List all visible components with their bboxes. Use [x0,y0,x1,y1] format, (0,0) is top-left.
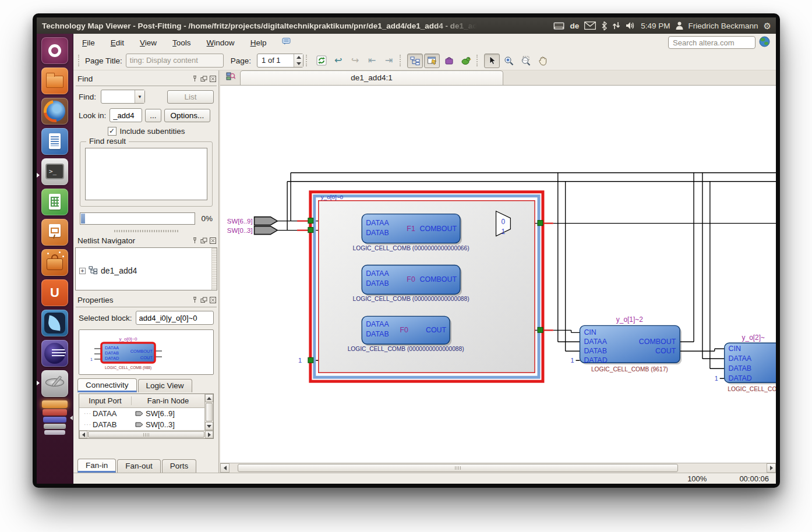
forward-button[interactable]: ↪ [347,54,363,68]
scroll-up-icon[interactable] [205,394,213,402]
package-button[interactable] [441,54,457,68]
software-center-launcher[interactable] [41,249,68,276]
table-row[interactable]: ···DATAA SW[6..9] [79,408,204,419]
logic-block-yo1[interactable]: y_o[1]~2 CIN DATAA DATAB DATAD COMBOUT C… [570,315,682,373]
search-input[interactable] [668,36,755,49]
page-spinner[interactable]: 1 of 1 [257,54,303,68]
scroll-down-icon[interactable] [205,422,213,430]
document-tab[interactable]: de1_add4:1 [240,70,503,85]
tab-fan-in[interactable]: Fan-in [77,459,116,473]
col-fanin-node[interactable]: Fan-in Node [132,396,204,405]
files-launcher[interactable] [41,68,68,94]
bird-button[interactable] [458,54,474,68]
tab-ports[interactable]: Ports [162,459,197,473]
refresh-button[interactable] [313,54,329,68]
menu-edit[interactable]: Edit [111,38,124,47]
properties-toggle[interactable] [424,54,440,68]
feedback-bubble-icon[interactable] [282,37,292,48]
stacked-launcher-item[interactable] [43,417,66,423]
close-icon[interactable] [210,237,216,244]
pan-tool-button[interactable] [535,54,550,68]
netlist-root-row[interactable]: + de1_add4 [76,248,211,290]
menu-window[interactable]: Window [207,38,235,47]
menu-file[interactable]: File [82,38,95,47]
find-combobox[interactable]: ▼ [101,90,145,104]
pin-icon[interactable] [192,237,198,244]
toolbar-handle[interactable] [306,55,308,66]
clock[interactable]: 5:49 PM [641,22,670,30]
netlist-navigator-toggle[interactable] [407,54,423,68]
tab-logic-view[interactable]: Logic View [138,379,192,392]
previous-page-button[interactable]: ⇤ [364,54,380,68]
canvas-horizontal-scrollbar[interactable] [220,463,776,473]
logic-block-yo2[interactable]: y_o[2]~ CIN DATAA DATAB DATAD 1 LOGIC_CE… [715,334,776,392]
disk-utility-launcher[interactable] [41,370,68,397]
wireshark-launcher[interactable] [41,310,68,336]
toolbar-handle[interactable] [476,55,479,66]
menu-view[interactable]: View [140,38,157,47]
col-input-port[interactable]: Input Port [79,396,132,405]
schematic-canvas[interactable]: SW[6..9] SW[0..3] y_o[0]~0 [220,86,776,463]
selected-block-field[interactable] [136,311,214,325]
input-pin-sw-hi[interactable] [255,217,278,225]
spin-down-icon[interactable] [294,61,303,67]
ubuntu-one-launcher[interactable]: U [41,279,68,306]
menu-help[interactable]: Help [250,38,267,47]
float-icon[interactable] [200,237,207,244]
scroll-left-icon[interactable] [79,431,87,438]
toolbar-handle[interactable] [78,55,80,66]
scrollbar-thumb[interactable] [238,464,678,472]
scroll-right-icon[interactable] [767,463,776,473]
network-updown-icon[interactable] [612,22,620,30]
terminal-launcher[interactable]: >_ [41,158,68,185]
back-button[interactable]: ↩ [330,54,346,68]
libreoffice-impress-launcher[interactable] [41,219,68,246]
logic-cell-3[interactable]: DATAA DATAB F0 COUT LOGIC_CELL_COMB (000… [348,316,464,352]
table-horizontal-scrollbar[interactable] [79,430,213,438]
volume-icon[interactable] [626,22,636,30]
keyboard-layout-indicator[interactable]: de [570,22,579,30]
spin-up-icon[interactable] [294,54,303,61]
list-button[interactable]: List [167,90,214,104]
session-gear-icon[interactable]: ⚙ [764,22,771,30]
eclipse-launcher[interactable] [41,340,68,367]
pin-icon[interactable] [192,296,198,303]
next-page-button[interactable]: ⇥ [381,54,397,68]
tab-connectivity[interactable]: Connectivity [77,378,137,392]
close-icon[interactable] [210,76,216,82]
scroll-left-icon[interactable] [220,463,230,473]
libreoffice-writer-launcher[interactable] [41,128,68,155]
include-subentities-checkbox[interactable]: ✓ [108,127,116,136]
page-title-field[interactable]: ting: Display content [126,54,224,68]
tab-fan-out[interactable]: Fan-out [117,459,161,473]
netlist-root-label[interactable]: de1_add4 [101,266,137,275]
stacked-launcher-item[interactable] [44,424,66,429]
look-in-field[interactable] [110,108,142,122]
toolbar-handle[interactable] [400,55,402,66]
combo-dropdown-icon[interactable]: ▼ [135,90,144,103]
float-icon[interactable] [200,76,207,82]
block-preview[interactable]: y_o[0]~0 1 DATAA DATAB DATAD COMBOUT COU… [79,329,214,375]
mail-icon[interactable] [584,22,596,30]
logic-cell-1[interactable]: DATAA DATAB F1 COMBOUT LOGIC_CELL_COMB (… [353,214,469,251]
dash-home-button[interactable] [41,37,68,64]
globe-icon[interactable] [759,36,770,49]
input-pin-sw-lo[interactable] [255,226,278,235]
pin-icon[interactable] [192,75,198,82]
libreoffice-calc-launcher[interactable] [41,189,68,215]
zoom-in-tool-button[interactable] [501,54,517,68]
close-icon[interactable] [210,297,216,303]
options-button[interactable]: Options... [164,109,211,122]
launcher-folded-stack[interactable] [37,400,73,435]
stacked-launcher-item[interactable] [42,400,68,408]
keyboard-icon[interactable] [553,22,564,30]
expand-icon[interactable]: + [79,268,86,274]
float-icon[interactable] [200,297,207,303]
dock-splitter[interactable] [75,228,217,233]
bluetooth-icon[interactable] [601,22,607,30]
table-vertical-scrollbar[interactable] [204,394,213,430]
zoom-selection-tool-button[interactable] [518,54,534,68]
stacked-launcher-item[interactable] [43,409,67,416]
scroll-right-icon[interactable] [205,431,213,438]
session-user-name[interactable]: Friedrich Beckmann [689,22,758,30]
